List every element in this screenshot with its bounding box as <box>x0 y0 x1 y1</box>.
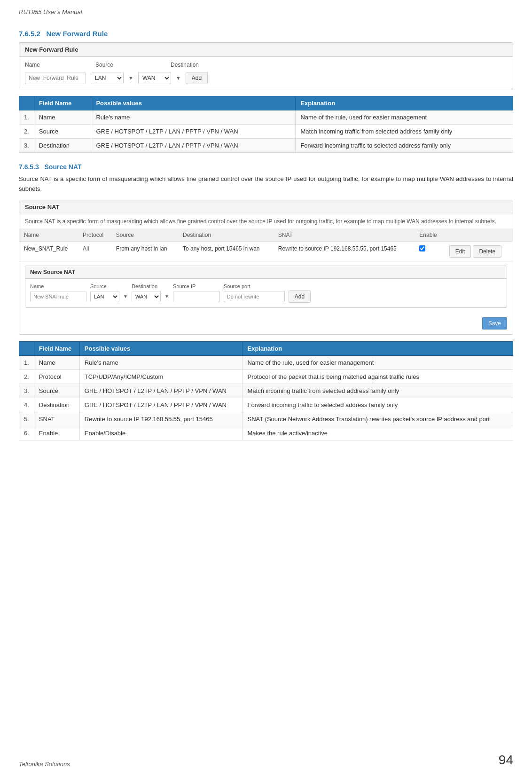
table-cell: 3. <box>19 139 34 153</box>
table-row: 1.NameRule's nameName of the rule, used … <box>19 110 513 125</box>
nsnat-name-input[interactable] <box>30 291 86 302</box>
table-cell: GRE / HOTSPOT / L2TP / LAN / PPTP / VPN … <box>79 398 243 412</box>
new-snat-inputs-row: LAN WAN ▼ WAN LAN ▼ Add <box>30 290 502 303</box>
table-row: 1.NameRule's nameName of the rule, used … <box>19 355 513 369</box>
table-cell: Match incoming traffic from selected add… <box>296 125 513 139</box>
forward-source-arrow: ▼ <box>128 75 133 81</box>
table-row: 5.SNATRewrite to source IP 192.168.55.55… <box>19 412 513 426</box>
forward-col-labels: Name Source Destination <box>25 62 507 68</box>
snat-rule-enable <box>415 241 444 261</box>
section-765-heading: 7.6.5.2 New Forward Rule <box>19 30 513 38</box>
table-cell: Source <box>34 125 91 139</box>
table-cell: Name <box>34 355 79 369</box>
table-cell: SNAT <box>34 412 79 426</box>
snat-table-col0 <box>19 341 34 355</box>
snat-body-text: Source NAT is a specific form of masquer… <box>19 174 513 194</box>
nsnat-srcip-input[interactable] <box>173 291 220 302</box>
snat-col-source: Source <box>111 229 178 242</box>
snat-section-title: Source NAT <box>45 163 82 171</box>
snat-info-table: Field Name Possible values Explanation 1… <box>19 341 513 440</box>
table-cell: Makes the rule active/inactive <box>243 426 513 440</box>
table-row: 6.EnableEnable/DisableMakes the rule act… <box>19 426 513 440</box>
forward-table-col2: Possible values <box>91 96 296 110</box>
forward-col-dest: Destination <box>171 62 199 68</box>
footer-brand: Teltonika Solutions <box>19 761 70 768</box>
forward-source-select[interactable]: LAN WAN <box>91 72 124 84</box>
snat-save-row: Save <box>19 314 513 334</box>
snat-rule-table: Name Protocol Source Destination SNAT En… <box>19 229 513 262</box>
nsnat-source-select[interactable]: LAN WAN <box>90 291 119 302</box>
snat-table-col3: Explanation <box>243 341 513 355</box>
forward-name-input[interactable] <box>25 72 86 84</box>
page-footer: Teltonika Solutions 94 <box>19 753 513 768</box>
snat-panel: Source NAT Source NAT is a specific form… <box>19 200 513 335</box>
snat-col-snat: SNAT <box>274 229 415 242</box>
forward-rule-panel: New Forward Rule Name Source Destination… <box>19 42 513 89</box>
forward-add-button[interactable]: Add <box>186 72 208 84</box>
table-row: 3.DestinationGRE / HOTSPOT / L2TP / LAN … <box>19 139 513 153</box>
snat-table-col2: Possible values <box>79 341 243 355</box>
snat-col-dest: Destination <box>178 229 274 242</box>
table-cell: Protocol of the packet that is being mat… <box>243 369 513 384</box>
snat-rule-dest: To any host, port 15465 in wan <box>178 241 274 261</box>
section-title: New Forward Rule <box>46 30 108 38</box>
snat-edit-button[interactable]: Edit <box>449 245 471 258</box>
table-cell: Forward incoming traffic to selected add… <box>243 398 513 412</box>
snat-col-enable: Enable <box>415 229 444 242</box>
snat-rule-actions: Edit Delete <box>445 241 513 261</box>
nsnat-col-srcport: Source port <box>224 283 285 289</box>
forward-table-col1: Field Name <box>34 96 91 110</box>
snat-save-button[interactable]: Save <box>482 317 507 330</box>
table-cell: 1. <box>19 355 34 369</box>
table-cell: TCP/UDP/Any/ICMP/Custom <box>79 369 243 384</box>
table-cell: Rule's name <box>79 355 243 369</box>
table-cell: 4. <box>19 398 34 412</box>
table-cell: 6. <box>19 426 34 440</box>
snat-enable-checkbox[interactable] <box>419 245 425 251</box>
table-cell: 1. <box>19 110 34 125</box>
nsnat-dest-arrow: ▼ <box>164 294 169 299</box>
nsnat-col-srcip: Source IP <box>173 283 220 289</box>
table-cell: GRE / HOTSPOT / L2TP / LAN / PPTP / VPN … <box>79 384 243 398</box>
forward-form-row: LAN WAN ▼ WAN LAN ▼ Add <box>25 72 507 84</box>
new-snat-form: Name Source Destination Source IP Source… <box>25 279 507 307</box>
table-cell: 2. <box>19 125 34 139</box>
nsnat-col-source: Source <box>90 283 128 289</box>
table-cell: 3. <box>19 384 34 398</box>
snat-col-name: Name <box>19 229 78 242</box>
table-cell: 5. <box>19 412 34 426</box>
table-cell: GRE / HOTSPOT / L2TP / LAN / PPTP / VPN … <box>91 139 296 153</box>
forward-dest-select[interactable]: WAN LAN <box>138 72 171 84</box>
nsnat-add-button[interactable]: Add <box>289 290 311 303</box>
table-row: 3.SourceGRE / HOTSPOT / L2TP / LAN / PPT… <box>19 384 513 398</box>
forward-panel-title: New Forward Rule <box>19 43 513 57</box>
snat-actions-container: Edit Delete <box>449 245 508 258</box>
forward-table-col0 <box>19 96 34 110</box>
snat-delete-button[interactable]: Delete <box>473 245 501 258</box>
snat-table-col1: Field Name <box>34 341 79 355</box>
nsnat-srcport-input[interactable] <box>224 291 285 302</box>
table-cell: GRE / HOTSPOT / L2TP / LAN / PPTP / VPN … <box>91 125 296 139</box>
snat-col-actions <box>445 229 513 242</box>
forward-col-source: Source <box>95 62 152 68</box>
page-number: 94 <box>499 753 513 768</box>
manual-title: RUT955 User's Manual <box>19 8 82 16</box>
new-snat-labels-row: Name Source Destination Source IP Source… <box>30 283 502 289</box>
table-cell: Destination <box>34 139 91 153</box>
nsnat-col-dest: Destination <box>132 283 169 289</box>
section-number: 7.6.5.2 <box>19 30 40 38</box>
table-cell: Match incoming traffic from selected add… <box>243 384 513 398</box>
table-cell: Name <box>34 110 91 125</box>
snat-col-protocol: Protocol <box>78 229 111 242</box>
page-header: RUT955 User's Manual <box>19 8 513 16</box>
snat-panel-desc: Source NAT is a specific form of masquer… <box>19 214 513 229</box>
table-cell: Rule's name <box>91 110 296 125</box>
forward-dest-arrow: ▼ <box>176 75 181 81</box>
section-763-heading: 7.6.5.3 Source NAT <box>19 163 513 171</box>
nsnat-col-name: Name <box>30 283 86 289</box>
table-row: 4.DestinationGRE / HOTSPOT / L2TP / LAN … <box>19 398 513 412</box>
table-row: 2.SourceGRE / HOTSPOT / L2TP / LAN / PPT… <box>19 125 513 139</box>
forward-info-table: Field Name Possible values Explanation 1… <box>19 96 513 153</box>
nsnat-dest-select[interactable]: WAN LAN <box>132 291 161 302</box>
table-cell: Source <box>34 384 79 398</box>
